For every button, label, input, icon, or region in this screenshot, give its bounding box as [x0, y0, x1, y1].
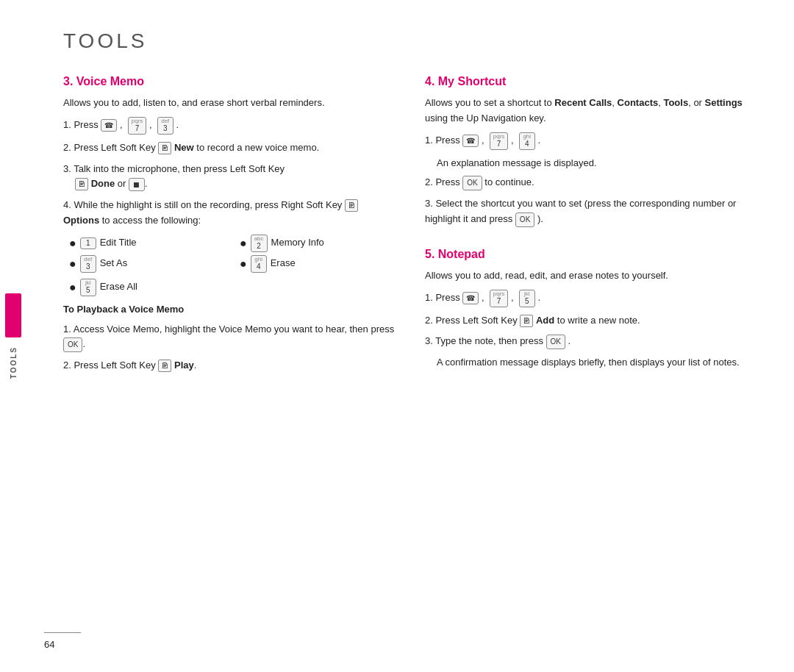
option-erase-all: ● jkl5 Erase All: [69, 279, 396, 296]
step-5-3: 3. Type the note, then press OK .: [425, 334, 757, 349]
step-3-4: 4. While the highlight is still on the r…: [63, 198, 396, 229]
section-5-intro: Allows you to add, read, edit, and erase…: [425, 268, 757, 284]
section-5: 5. Notepad Allows you to add, read, edit…: [425, 248, 757, 371]
option-erase: ● ghi4 Erase: [240, 255, 396, 273]
section-4: 4. My Shortcut Allows you to set a short…: [425, 75, 757, 227]
soft-key-play: 🖹: [158, 360, 171, 372]
col-right: 4. My Shortcut Allows you to set a short…: [425, 75, 757, 650]
col-left: 3. Voice Memo Allows you to add, listen …: [63, 75, 396, 650]
playback-step-2: 2. Press Left Soft Key 🖹 Play.: [63, 358, 396, 373]
phone-key-4: ☎: [462, 135, 479, 147]
section-5-body: Allows you to add, read, edit, and erase…: [425, 268, 757, 371]
key-ok-playback: OK: [63, 337, 82, 352]
page-title: TOOLS: [63, 29, 757, 53]
key-4ghi: ghi4: [251, 255, 267, 273]
section-4-title: 4. My Shortcut: [425, 75, 757, 88]
page-footer: 64: [44, 632, 81, 650]
option-erase-label: Erase: [271, 256, 296, 271]
section-4-body: Allows you to set a shortcut to Recent C…: [425, 96, 757, 227]
key-4ghi-4: ghi4: [519, 132, 535, 150]
step-5-confirmation: A confirmation message displays briefly,…: [437, 355, 757, 371]
sidebar: TOOLS: [0, 0, 26, 672]
key-7pqrs-4: pqrs7: [490, 132, 509, 150]
soft-key-done: 🖹: [75, 178, 88, 190]
soft-key-add: 🖹: [520, 315, 533, 327]
phone-key: ☎: [101, 119, 117, 132]
option-memory-info-label: Memory Info: [271, 235, 324, 251]
step-4-explanation: An explanation message is displayed.: [437, 156, 757, 171]
section-3-intro: Allows you to add, listen to, and erase …: [63, 96, 396, 111]
soft-key-new: 🖹: [158, 142, 171, 154]
section-3-title: 3. Voice Memo: [63, 75, 396, 88]
step-4-2: 2. Press OK to continue.: [425, 175, 757, 190]
key-1: 1: [80, 237, 96, 249]
key-3def-opt: def3: [80, 255, 96, 273]
key-ok-5-3: OK: [546, 335, 565, 349]
key-5jkl: jkl5: [80, 279, 96, 296]
step-4-1: 1. Press ☎ , pqrs7 , ghi4 .: [425, 132, 757, 150]
key-2abc: abc2: [251, 235, 268, 252]
section-3: 3. Voice Memo Allows you to add, listen …: [63, 75, 396, 373]
key-7pqrs: pqrs7: [128, 117, 147, 135]
option-erase-all-label: Erase All: [100, 279, 137, 295]
option-edit-title: ● 1 Edit Title: [69, 235, 225, 252]
key-ok-4-3: OK: [515, 212, 534, 227]
step-3-2: 2. Press Left Soft Key 🖹 New to record a…: [63, 140, 396, 156]
soft-key-options: 🖹: [345, 199, 358, 212]
step-5-1: 1. Press ☎ , pqrs7 , jkl5 .: [425, 290, 757, 307]
key-ok-4-2: OK: [462, 176, 482, 190]
step-4-3: 3. Select the shortcut you want to set (…: [425, 196, 757, 227]
phone-key-5: ☎: [462, 292, 479, 304]
step-3-1: 1. Press ☎ , pqrs7 , def3 .: [63, 117, 396, 135]
sidebar-label: TOOLS: [10, 346, 18, 379]
step-3-3: 3. Talk into the microphone, then press …: [63, 162, 396, 193]
key-3def: def3: [157, 117, 174, 135]
section-5-title: 5. Notepad: [425, 248, 757, 261]
sidebar-accent: [5, 293, 21, 337]
step-5-2: 2. Press Left Soft Key 🖹 Add to write a …: [425, 313, 757, 329]
section-3-body: Allows you to add, listen to, and erase …: [63, 96, 396, 373]
key-end: ⏹: [129, 178, 145, 191]
main-content: TOOLS 3. Voice Memo Allows you to add, l…: [26, 0, 794, 672]
key-5jkl-5: jkl5: [519, 290, 535, 307]
section-4-intro: Allows you to set a shortcut to Recent C…: [425, 96, 757, 126]
options-grid: ● 1 Edit Title ● abc2 Memory Info ●: [69, 235, 396, 273]
page-number: 64: [44, 639, 54, 650]
option-memory-info: ● abc2 Memory Info: [240, 235, 396, 252]
option-set-as-label: Set As: [100, 256, 128, 271]
option-set-as: ● def3 Set As: [69, 255, 225, 273]
key-7pqrs-5: pqrs7: [490, 290, 509, 307]
two-column-layout: 3. Voice Memo Allows you to add, listen …: [63, 75, 757, 650]
playback-subtitle: To Playback a Voice Memo: [63, 302, 396, 318]
playback-step-1: 1. Access Voice Memo, highlight the Voic…: [63, 322, 396, 353]
footer-line: [44, 632, 81, 633]
option-edit-title-label: Edit Title: [100, 235, 137, 251]
page-container: TOOLS TOOLS 3. Voice Memo Allows you to …: [0, 0, 794, 672]
